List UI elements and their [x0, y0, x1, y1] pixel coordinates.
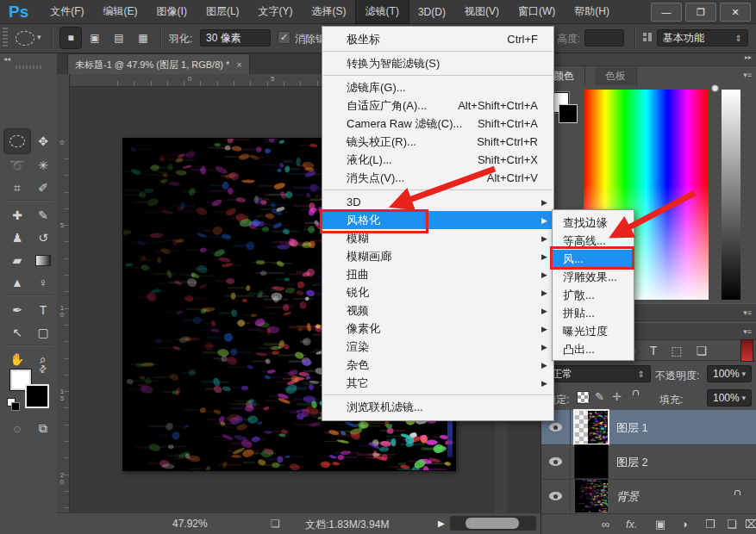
layer-thumbnail[interactable]	[575, 445, 608, 478]
menubar-item-type[interactable]: 文字(Y)	[249, 0, 303, 23]
hand-tool[interactable]: ✋	[7, 350, 28, 369]
layer-row-2[interactable]: 图层 2	[541, 444, 756, 480]
menu-item-camera-raw[interactable]: Camera Raw 滤镜(C)...Shift+Ctrl+A	[322, 115, 553, 133]
menu-item-last-filter[interactable]: 极坐标Ctrl+F	[322, 30, 553, 48]
submenu-item-find-edges[interactable]: 查找边缘	[553, 214, 634, 232]
crop-tool[interactable]: ⌗	[7, 178, 28, 197]
feather-input[interactable]: 30 像素	[200, 29, 271, 47]
visibility-eye-icon[interactable]	[549, 457, 562, 466]
collapse-toolbox-icon[interactable]: ◂◂	[3, 55, 10, 63]
document-tab[interactable]: 未标题-1 @ 47.9% (图层 1, RGB/8) * ×	[67, 53, 250, 75]
menu-item-sharpen[interactable]: 锐化▶	[322, 283, 553, 301]
shape-tool[interactable]: ▢	[33, 323, 53, 342]
minimize-button[interactable]: —	[651, 3, 682, 22]
new-selection-button[interactable]: ■	[60, 28, 81, 48]
ellipse-marquee-icon[interactable]	[16, 31, 34, 46]
visibility-eye-icon[interactable]	[549, 423, 562, 432]
tool-preset-caret-icon[interactable]: ▾	[37, 33, 41, 41]
layer-style-fx-icon[interactable]: fx.	[626, 518, 638, 531]
delete-layer-icon[interactable]: ⌧	[745, 518, 756, 531]
antialias-checkbox[interactable]: ✓	[278, 31, 291, 44]
menu-item-3d[interactable]: 3D▶	[322, 193, 553, 211]
panel-menu-icon[interactable]: ▾≡	[743, 71, 752, 79]
layer-row-1[interactable]: 图层 1	[541, 410, 756, 445]
default-colors-icon[interactable]	[7, 398, 19, 410]
maximize-button[interactable]: ❐	[685, 3, 716, 22]
menubar-item-select[interactable]: 选择(S)	[303, 0, 356, 23]
magic-wand-tool[interactable]: ✳	[33, 156, 53, 175]
menu-item-render[interactable]: 渲染▶	[322, 338, 553, 356]
menubar-item-layer[interactable]: 图层(L)	[197, 0, 249, 23]
adjustment-icon-page[interactable]: ❏	[697, 344, 708, 357]
layer-name[interactable]: 背景	[616, 489, 639, 505]
healing-brush-tool[interactable]: ✚	[7, 206, 28, 225]
layer-thumbnail[interactable]	[575, 411, 608, 444]
status-expand-icon[interactable]: ▶	[438, 518, 445, 528]
menu-item-blur-gallery[interactable]: 模糊画廊▶	[322, 247, 553, 265]
eraser-tool[interactable]: ▰	[7, 251, 28, 270]
submenu-item-tiles[interactable]: 拼贴...	[553, 304, 634, 322]
options-grip[interactable]	[3, 28, 8, 48]
lasso-tool[interactable]: ➰	[7, 156, 28, 175]
adjustment-icon-selection[interactable]: ⬚	[671, 344, 682, 357]
adjustment-layer-icon[interactable]: ◑	[681, 518, 688, 531]
lock-paint-icon[interactable]: ✎	[595, 390, 604, 403]
layer-thumbnail[interactable]	[575, 480, 608, 512]
type-tool[interactable]: T	[33, 301, 53, 320]
layer-name[interactable]: 图层 2	[616, 455, 648, 470]
submenu-item-extrude[interactable]: 凸出...	[553, 340, 634, 358]
background-color-swatch[interactable]	[25, 384, 49, 408]
scrollbar-thumb[interactable]	[465, 518, 519, 529]
brush-tool[interactable]: ✎	[33, 206, 53, 225]
submenu-item-diffuse[interactable]: 扩散...	[553, 286, 634, 304]
fill-input[interactable]: 100% ▾	[707, 389, 752, 407]
tab-close-icon[interactable]: ×	[236, 59, 241, 70]
zoom-level[interactable]: 47.92%	[172, 518, 208, 530]
menubar-item-filter[interactable]: 滤镜(T)	[356, 0, 409, 23]
close-button[interactable]: ✕	[720, 3, 751, 22]
eyedropper-tool[interactable]: ✐	[33, 178, 53, 197]
toolbox-grip[interactable]	[16, 65, 41, 69]
menubar-item-window[interactable]: 窗口(W)	[509, 0, 565, 23]
vertical-ruler[interactable]: 0 5 10 15 20	[57, 74, 70, 534]
menu-item-video[interactable]: 视频▶	[322, 301, 553, 320]
path-select-tool[interactable]: ↖	[7, 323, 28, 342]
menu-item-lens-correction[interactable]: 镜头校正(R)...Shift+Ctrl+R	[322, 133, 553, 151]
subtract-selection-button[interactable]: ▤	[109, 28, 129, 48]
add-selection-button[interactable]: ▣	[84, 28, 105, 48]
new-layer-icon[interactable]: ❏	[727, 518, 737, 531]
panel-background-swatch[interactable]	[559, 104, 578, 123]
layer-mask-icon[interactable]: ▣	[655, 518, 665, 531]
menubar-item-image[interactable]: 图像(I)	[147, 0, 197, 23]
menubar-item-edit[interactable]: 编辑(E)	[94, 0, 147, 23]
menu-item-pixelate[interactable]: 像素化▶	[322, 320, 553, 338]
panel-menu-icon[interactable]: ▾≡	[743, 327, 752, 336]
lock-transparency-icon[interactable]	[577, 391, 590, 404]
panel-menu-icon[interactable]: ▾≡	[743, 308, 752, 317]
panel-collapse-strip[interactable]: ▸▸	[541, 53, 756, 66]
menubar-item-view[interactable]: 视图(V)	[455, 0, 509, 23]
menubar-item-help[interactable]: 帮助(H)	[565, 0, 619, 23]
menu-item-smart-filter[interactable]: 转换为智能滤镜(S)	[322, 54, 553, 72]
gradient-swatch[interactable]	[740, 339, 753, 362]
lock-move-icon[interactable]: ✛	[612, 390, 622, 403]
menu-item-liquify[interactable]: 液化(L)...Shift+Ctrl+X	[322, 151, 553, 169]
move-tool[interactable]: ✥	[33, 132, 53, 151]
menu-item-browse-filters-online[interactable]: 浏览联机滤镜...	[322, 398, 553, 416]
export-icon[interactable]: ❏	[271, 518, 280, 530]
menu-item-noise[interactable]: 杂色▶	[322, 356, 553, 374]
menu-item-filter-gallery[interactable]: 滤镜库(G)...	[322, 78, 553, 96]
screen-mode-button[interactable]: ⧉	[33, 419, 53, 438]
menu-item-adaptive-wide-angle[interactable]: 自适应广角(A)...Alt+Shift+Ctrl+A	[322, 96, 553, 115]
clone-stamp-tool[interactable]: ♟	[7, 228, 28, 247]
menubar-item-3d[interactable]: 3D(D)	[409, 2, 455, 22]
ellipse-marquee-tool[interactable]	[7, 132, 28, 151]
menu-item-vanishing-point[interactable]: 消失点(V)...Alt+Ctrl+V	[322, 169, 553, 187]
submenu-item-solarize[interactable]: 曝光过度	[553, 322, 634, 340]
tab-swatches[interactable]: 色板	[595, 67, 637, 85]
history-brush-tool[interactable]: ↺	[33, 228, 53, 247]
grayscale-ramp[interactable]	[722, 90, 740, 300]
link-layers-icon[interactable]: ∞	[602, 518, 609, 531]
menubar-item-file[interactable]: 文件(F)	[41, 0, 93, 23]
workspace-select[interactable]: 基本功能 ⇕	[657, 29, 748, 47]
